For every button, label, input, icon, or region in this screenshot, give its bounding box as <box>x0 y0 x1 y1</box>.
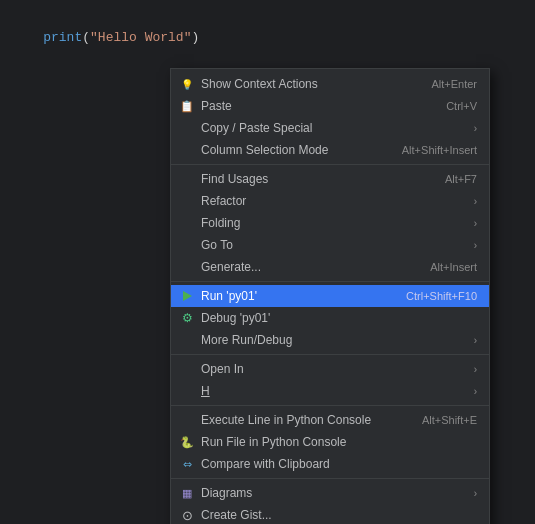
menu-label-show-context-actions: Show Context Actions <box>201 77 411 91</box>
python-icon: 🐍 <box>179 434 195 450</box>
arrow-icon-folding: › <box>474 218 477 229</box>
menu-shortcut-generate: Alt+Insert <box>430 261 477 273</box>
separator-3 <box>171 354 489 355</box>
context-menu: 💡 Show Context Actions Alt+Enter 📋 Paste… <box>170 68 490 524</box>
menu-shortcut-run-py01: Ctrl+Shift+F10 <box>406 290 477 302</box>
menu-item-debug-py01[interactable]: ⚙ Debug 'py01' <box>171 307 489 329</box>
separator-2 <box>171 281 489 282</box>
menu-label-generate: Generate... <box>201 260 410 274</box>
menu-shortcut-paste: Ctrl+V <box>446 100 477 112</box>
menu-label-column-selection-mode: Column Selection Mode <box>201 143 382 157</box>
run-icon <box>179 288 195 304</box>
arrow-icon-more-run-debug: › <box>474 335 477 346</box>
compare-icon: ⇔ <box>179 456 195 472</box>
menu-item-compare-clipboard[interactable]: ⇔ Compare with Clipboard <box>171 453 489 475</box>
menu-item-go-to[interactable]: Go To › <box>171 234 489 256</box>
separator-4 <box>171 405 489 406</box>
menu-shortcut-find-usages: Alt+F7 <box>445 173 477 185</box>
menu-label-execute-line: Execute Line in Python Console <box>201 413 402 427</box>
menu-label-go-to: Go To <box>201 238 466 252</box>
menu-item-paste[interactable]: 📋 Paste Ctrl+V <box>171 95 489 117</box>
github-icon: ⊙ <box>179 507 195 523</box>
separator-5 <box>171 478 489 479</box>
menu-item-show-context-actions[interactable]: 💡 Show Context Actions Alt+Enter <box>171 73 489 95</box>
menu-item-folding[interactable]: Folding › <box>171 212 489 234</box>
menu-label-refactor: Refactor <box>201 194 466 208</box>
menu-label-paste: Paste <box>201 99 426 113</box>
menu-label-create-gist: Create Gist... <box>201 508 477 522</box>
arrow-icon-refactor: › <box>474 196 477 207</box>
menu-item-diagrams[interactable]: ▦ Diagrams › <box>171 482 489 504</box>
menu-item-run-py01[interactable]: Run 'py01' Ctrl+Shift+F10 <box>171 285 489 307</box>
menu-label-local-history: H <box>201 384 466 398</box>
menu-label-run-py01: Run 'py01' <box>201 289 386 303</box>
menu-label-find-usages: Find Usages <box>201 172 425 186</box>
menu-item-copy-paste-special[interactable]: Copy / Paste Special › <box>171 117 489 139</box>
menu-shortcut-execute-line: Alt+Shift+E <box>422 414 477 426</box>
menu-label-folding: Folding <box>201 216 466 230</box>
menu-label-debug-py01: Debug 'py01' <box>201 311 477 325</box>
menu-item-local-history[interactable]: H › <box>171 380 489 402</box>
menu-item-refactor[interactable]: Refactor › <box>171 190 489 212</box>
menu-label-run-file-python: Run File in Python Console <box>201 435 477 449</box>
menu-label-copy-paste-special: Copy / Paste Special <box>201 121 466 135</box>
separator-1 <box>171 164 489 165</box>
menu-item-generate[interactable]: Generate... Alt+Insert <box>171 256 489 278</box>
diagrams-icon: ▦ <box>179 485 195 501</box>
menu-item-create-gist[interactable]: ⊙ Create Gist... <box>171 504 489 524</box>
debug-icon: ⚙ <box>179 310 195 326</box>
menu-label-diagrams: Diagrams <box>201 486 466 500</box>
menu-item-find-usages[interactable]: Find Usages Alt+F7 <box>171 168 489 190</box>
arrow-icon-go-to: › <box>474 240 477 251</box>
bulb-icon: 💡 <box>179 76 195 92</box>
menu-label-more-run-debug: More Run/Debug <box>201 333 466 347</box>
menu-shortcut-show-context-actions: Alt+Enter <box>431 78 477 90</box>
arrow-icon-open-in: › <box>474 364 477 375</box>
menu-item-more-run-debug[interactable]: More Run/Debug › <box>171 329 489 351</box>
arrow-icon-copy-paste-special: › <box>474 123 477 134</box>
menu-label-compare-clipboard: Compare with Clipboard <box>201 457 477 471</box>
code-line-1: print("Hello World") <box>12 8 523 68</box>
menu-item-execute-line[interactable]: Execute Line in Python Console Alt+Shift… <box>171 409 489 431</box>
menu-label-open-in: Open In <box>201 362 466 376</box>
menu-item-run-file-python[interactable]: 🐍 Run File in Python Console <box>171 431 489 453</box>
menu-item-column-selection-mode[interactable]: Column Selection Mode Alt+Shift+Insert <box>171 139 489 161</box>
arrow-icon-diagrams: › <box>474 488 477 499</box>
paste-icon: 📋 <box>179 98 195 114</box>
arrow-icon-local-history: › <box>474 386 477 397</box>
menu-shortcut-column-selection-mode: Alt+Shift+Insert <box>402 144 477 156</box>
menu-item-open-in[interactable]: Open In › <box>171 358 489 380</box>
